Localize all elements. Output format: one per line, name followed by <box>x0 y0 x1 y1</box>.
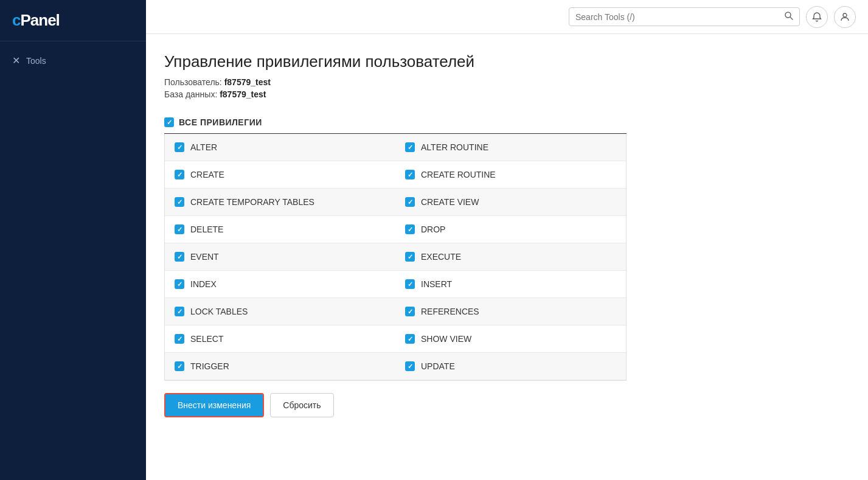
priv-item[interactable]: SELECT <box>165 325 395 353</box>
priv-item[interactable]: INDEX <box>165 271 395 298</box>
notification-button[interactable] <box>806 6 828 28</box>
priv-item[interactable]: DELETE <box>165 216 395 243</box>
search-icon-button[interactable] <box>785 12 793 22</box>
submit-button[interactable]: Внести изменения <box>164 393 264 417</box>
privilege-label: INDEX <box>190 279 217 289</box>
svg-line-1 <box>790 17 793 19</box>
privilege-checkbox[interactable] <box>175 197 184 207</box>
privilege-label: UPDATE <box>421 361 455 371</box>
privilege-checkbox[interactable] <box>405 197 415 207</box>
privilege-label: DELETE <box>190 224 223 234</box>
privileges-grid: ALTERALTER ROUTINECREATECREATE ROUTINECR… <box>164 134 627 381</box>
priv-item[interactable]: CREATE <box>165 161 395 189</box>
privilege-checkbox[interactable] <box>405 361 415 371</box>
svg-point-2 <box>843 13 847 17</box>
priv-item[interactable]: EVENT <box>165 243 395 271</box>
privilege-label: EXECUTE <box>421 252 461 262</box>
privilege-label: SHOW VIEW <box>421 334 471 344</box>
sidebar-item-label: Tools <box>26 56 46 66</box>
privilege-label: CREATE <box>190 170 224 179</box>
priv-item[interactable]: LOCK TABLES <box>165 298 395 325</box>
privileges-section: ВСЕ ПРИВИЛЕГИИ ALTERALTER ROUTINECREATEC… <box>164 111 627 381</box>
privilege-checkbox[interactable] <box>175 334 184 344</box>
privilege-checkbox[interactable] <box>175 252 184 262</box>
priv-item[interactable]: CREATE TEMPORARY TABLES <box>165 189 395 216</box>
all-privileges-checkbox[interactable] <box>164 117 174 127</box>
privilege-checkbox[interactable] <box>175 307 184 316</box>
privilege-label: INSERT <box>421 279 452 289</box>
priv-item[interactable]: DROP <box>395 216 626 243</box>
priv-item[interactable]: TRIGGER <box>165 353 395 380</box>
reset-button[interactable]: Сбросить <box>270 393 333 417</box>
tools-icon: ✕ <box>12 55 20 66</box>
content-area: Управление привилегиями пользователей По… <box>146 34 868 480</box>
privilege-label: ALTER <box>190 142 217 152</box>
privilege-label: LOCK TABLES <box>190 307 248 316</box>
priv-item[interactable]: ALTER <box>165 134 395 161</box>
priv-item[interactable]: REFERENCES <box>395 298 626 325</box>
privilege-label: SELECT <box>190 334 223 344</box>
db-meta: База данных: f87579_test <box>164 89 850 99</box>
privilege-checkbox[interactable] <box>405 252 415 262</box>
sidebar-item-tools[interactable]: ✕ Tools <box>0 47 146 74</box>
priv-item[interactable]: CREATE VIEW <box>395 189 626 216</box>
privilege-label: EVENT <box>190 252 219 262</box>
logo-area: cPanel <box>0 0 146 41</box>
privilege-label: TRIGGER <box>190 361 229 371</box>
all-privileges-row[interactable]: ВСЕ ПРИВИЛЕГИИ <box>164 111 627 134</box>
user-meta: Пользователь: f87579_test <box>164 77 850 87</box>
privilege-label: CREATE VIEW <box>421 197 479 207</box>
privilege-checkbox[interactable] <box>175 361 184 371</box>
priv-item[interactable]: CREATE ROUTINE <box>395 161 626 189</box>
privilege-label: REFERENCES <box>421 307 479 316</box>
sidebar: cPanel ✕ Tools <box>0 0 146 480</box>
header <box>146 0 868 34</box>
privilege-label: ALTER ROUTINE <box>421 142 488 152</box>
priv-item[interactable]: INSERT <box>395 271 626 298</box>
sidebar-nav: ✕ Tools <box>0 41 146 80</box>
priv-item[interactable]: UPDATE <box>395 353 626 380</box>
search-box[interactable] <box>569 7 800 26</box>
page-title: Управление привилегиями пользователей <box>164 52 850 71</box>
privilege-checkbox[interactable] <box>405 224 415 234</box>
privilege-checkbox[interactable] <box>175 279 184 289</box>
priv-item[interactable]: ALTER ROUTINE <box>395 134 626 161</box>
privilege-checkbox[interactable] <box>405 334 415 344</box>
privilege-checkbox[interactable] <box>405 307 415 316</box>
priv-item[interactable]: SHOW VIEW <box>395 325 626 353</box>
privilege-checkbox[interactable] <box>405 142 415 152</box>
all-privileges-label: ВСЕ ПРИВИЛЕГИИ <box>179 117 262 127</box>
search-input[interactable] <box>575 12 780 22</box>
privilege-checkbox[interactable] <box>175 224 184 234</box>
privilege-checkbox[interactable] <box>175 170 184 179</box>
main-area: Управление привилегиями пользователей По… <box>146 0 868 480</box>
privilege-checkbox[interactable] <box>175 142 184 152</box>
privilege-checkbox[interactable] <box>405 279 415 289</box>
priv-item[interactable]: EXECUTE <box>395 243 626 271</box>
privilege-label: CREATE TEMPORARY TABLES <box>190 197 314 207</box>
user-button[interactable] <box>834 6 856 28</box>
cpanel-logo: cPanel <box>12 11 134 30</box>
privilege-label: DROP <box>421 224 445 234</box>
actions-area: Внести изменения Сбросить <box>164 393 850 417</box>
privilege-checkbox[interactable] <box>405 170 415 179</box>
privilege-label: CREATE ROUTINE <box>421 170 496 179</box>
